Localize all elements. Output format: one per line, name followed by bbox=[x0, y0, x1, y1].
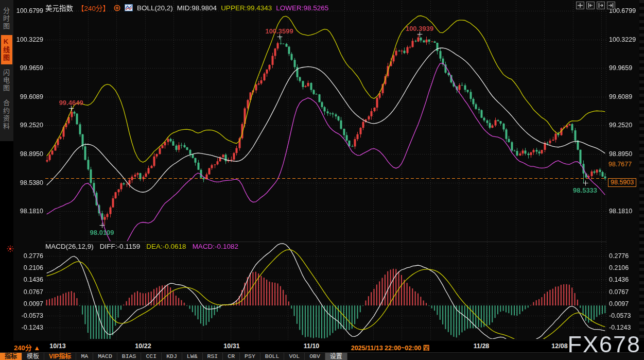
toolbar-item-vol[interactable]: VOL bbox=[284, 353, 305, 360]
main-y-axis-label-right: 100.3229 bbox=[609, 36, 640, 44]
watermark: FX678 bbox=[567, 331, 641, 358]
x-axis-date-label: 12/08 bbox=[551, 342, 567, 350]
up-triangle-icon: ▲ bbox=[33, 344, 40, 352]
move-crosshair-icon[interactable] bbox=[576, 2, 584, 9]
macd-y-axis-label-left: 0.2106 bbox=[13, 264, 43, 272]
macd-y-axis-label-left: 0.0097 bbox=[13, 300, 43, 308]
x-axis-date-label: 11/10 bbox=[304, 342, 320, 350]
toolbar-item-templates[interactable]: 模板 bbox=[22, 353, 44, 360]
toolbar-item-ma[interactable]: MA bbox=[76, 353, 93, 360]
vertical-scrollbar[interactable] bbox=[639, 0, 644, 341]
toolbar-item-bias[interactable]: BIAS bbox=[117, 353, 142, 360]
extreme-price-label: 99.4649 bbox=[59, 99, 83, 107]
toolbar-item-cr[interactable]: CR bbox=[223, 353, 240, 360]
macd-y-axis-label-right: -0.0573 bbox=[609, 312, 640, 320]
prev-price-tag: 98.7677 bbox=[608, 160, 632, 168]
sidebar-item-timeshare[interactable]: 分时图 bbox=[1, 5, 12, 33]
main-y-axis-label-left: 98.8950 bbox=[13, 150, 43, 158]
macd-y-axis-label-right: 0.2106 bbox=[609, 264, 640, 272]
macd-y-axis-label-left: 0.1436 bbox=[13, 276, 43, 284]
toolbar-item-macd[interactable]: MACD bbox=[93, 353, 117, 360]
toolbar-item-cci[interactable]: CCI bbox=[141, 353, 162, 360]
toolbar-item-indicators[interactable]: 指标 bbox=[0, 353, 22, 360]
boll-lower-value: LOWER:98.5265 bbox=[276, 4, 328, 12]
macd-hist-value: MACD:-0.1082 bbox=[193, 243, 238, 250]
macd-y-axis-label-right: -0.1243 bbox=[609, 323, 640, 332]
main-y-axis-label-left: 99.6089 bbox=[13, 93, 43, 101]
last-price-tag: 98.5903 bbox=[608, 178, 636, 187]
zoom-out-icon[interactable] bbox=[586, 2, 595, 9]
x-axis-date-label: 10/22 bbox=[135, 342, 151, 350]
macd-y-axis-label-right: 0.0097 bbox=[609, 300, 640, 308]
macd-diff-value: DIFF:-0.1159 bbox=[100, 243, 141, 250]
main-y-axis-label-right: 99.2520 bbox=[609, 121, 640, 129]
chart-tool-buttons bbox=[576, 2, 615, 9]
sidebar-item-contract-info[interactable]: 合约资料 bbox=[1, 97, 12, 133]
main-y-axis-label-right: 98.8950 bbox=[609, 150, 640, 158]
toolbar-item-rsi[interactable]: RSI bbox=[203, 353, 223, 360]
x-axis-datetime-highlight: 2025/11/13 22:00~02:00 四 bbox=[351, 342, 430, 352]
toolbar-item-obv[interactable]: OBV bbox=[305, 353, 325, 360]
main-y-axis-label-left: 98.1810 bbox=[13, 207, 43, 215]
extreme-price-label: 100.3939 bbox=[406, 25, 433, 32]
chart-header: 美元指数 【240分】 BOLL(20,2) MID:98.9804 UPPER… bbox=[45, 3, 328, 13]
macd-y-axis-label-right: 0.2776 bbox=[609, 252, 640, 260]
period-label: 【240分】 bbox=[77, 3, 110, 13]
main-y-axis-label-left: 100.6799 bbox=[13, 7, 43, 15]
macd-title: MACD(26,12,9) bbox=[45, 243, 94, 250]
symbol-name: 美元指数 bbox=[45, 3, 73, 13]
boll-mid-value: MID:98.9804 bbox=[177, 4, 217, 12]
zoom-in-icon[interactable] bbox=[597, 2, 605, 9]
main-y-axis-label-left: 98.5380 bbox=[13, 179, 43, 187]
toolbar-item-boll[interactable]: BOLL bbox=[260, 353, 285, 360]
macd-y-axis-label-right: 0.0767 bbox=[609, 288, 640, 296]
extreme-price-label: 98.5333 bbox=[573, 186, 597, 194]
x-axis-date-label: 10/13 bbox=[49, 342, 65, 350]
indicator-name: BOLL(20,2) bbox=[137, 4, 173, 12]
x-axis-period-label[interactable]: 240分 ▲ bbox=[14, 342, 40, 352]
toolbar-item-settings[interactable]: 设置 bbox=[325, 353, 347, 360]
main-y-axis-label-right: 98.1810 bbox=[609, 207, 640, 215]
extreme-price-label: 100.3599 bbox=[265, 27, 293, 35]
main-y-axis-label-left: 99.2520 bbox=[13, 121, 43, 129]
boll-upper-value: UPPER:99.4343 bbox=[221, 4, 272, 12]
macd-y-axis-label-right: 0.1436 bbox=[609, 276, 640, 284]
toolbar-item-kdj[interactable]: KDJ bbox=[162, 353, 182, 360]
macd-header: MACD(26,12,9) DIFF:-0.1159 DEA:-0.0618 M… bbox=[45, 243, 238, 250]
toolbar-item-vip-indicators[interactable]: VIP指标 bbox=[44, 353, 76, 360]
x-axis-date-label: 10/31 bbox=[223, 342, 239, 350]
main-y-axis-label-right: 99.6089 bbox=[609, 93, 640, 101]
main-y-axis-label-left: 100.3229 bbox=[13, 36, 43, 44]
x-axis-date-label: 11/28 bbox=[474, 342, 490, 350]
indicator-toolbar: 指标模板VIP指标MAMACDBIASCCIKDJLW&RSICRPSYBOLL… bbox=[0, 352, 644, 360]
x-axis-row: 240分 ▲ 10/1310/2210/3111/102025/11/13 22… bbox=[0, 341, 644, 352]
toolbar-item-psy[interactable]: PSY bbox=[240, 353, 260, 360]
chart-type-sidebar: 分时图K线图闪电图合约资料 bbox=[0, 0, 13, 341]
toolbar-item-lw[interactable]: LW& bbox=[182, 353, 203, 360]
chart-style-icon[interactable] bbox=[125, 4, 133, 11]
macd-dea-value: DEA:-0.0618 bbox=[146, 243, 186, 250]
macd-alert-icon[interactable] bbox=[7, 245, 14, 254]
pan-right-icon[interactable] bbox=[607, 2, 615, 9]
main-y-axis-label-right: 99.9659 bbox=[609, 64, 640, 72]
macd-y-axis-label-left: 0.2776 bbox=[13, 252, 43, 260]
add-indicator-icon[interactable] bbox=[114, 5, 120, 11]
sidebar-item-lightning[interactable]: 闪电图 bbox=[1, 66, 12, 95]
sidebar-item-kline[interactable]: K线图 bbox=[1, 35, 12, 64]
extreme-price-label: 98.0109 bbox=[90, 229, 114, 236]
main-y-axis-label-left: 99.9659 bbox=[13, 64, 43, 72]
macd-y-axis-label-left: -0.1243 bbox=[13, 323, 43, 332]
trading-app-window: 分时图K线图闪电图合约资料 美元指数 【240分】 BOLL(20,2) MID… bbox=[0, 0, 644, 360]
price-chart-canvas[interactable] bbox=[0, 0, 644, 341]
macd-y-axis-label-left: 0.0767 bbox=[13, 288, 43, 296]
macd-y-axis-label-left: -0.0573 bbox=[13, 312, 43, 320]
